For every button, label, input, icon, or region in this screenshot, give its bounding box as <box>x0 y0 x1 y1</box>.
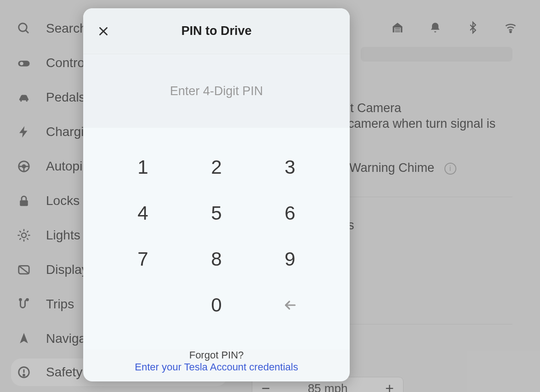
key-6[interactable]: 6 <box>262 195 318 232</box>
key-7[interactable]: 7 <box>115 241 171 278</box>
forgot-section: Forgot PIN? Enter your Tesla Account cre… <box>83 349 350 381</box>
key-1[interactable]: 1 <box>115 149 171 186</box>
key-0[interactable]: 0 <box>189 287 244 324</box>
modal-title: PIN to Drive <box>181 24 251 38</box>
modal-header: PIN to Drive <box>83 8 350 54</box>
key-4[interactable]: 4 <box>115 195 171 232</box>
forgot-link[interactable]: Enter your Tesla Account credentials <box>83 361 350 373</box>
forgot-question: Forgot PIN? <box>83 349 350 361</box>
key-9[interactable]: 9 <box>262 241 318 278</box>
key-empty <box>115 287 171 324</box>
pin-modal: PIN to Drive Enter 4-Digit PIN 1 2 3 4 5… <box>83 8 350 381</box>
key-3[interactable]: 3 <box>262 149 318 186</box>
pin-prompt: Enter 4-Digit PIN <box>83 54 350 128</box>
key-8[interactable]: 8 <box>189 241 244 278</box>
close-button[interactable] <box>94 22 113 40</box>
backspace-button[interactable] <box>262 287 318 324</box>
key-2[interactable]: 2 <box>189 149 244 186</box>
keypad: 1 2 3 4 5 6 7 8 9 0 <box>83 128 350 349</box>
key-5[interactable]: 5 <box>189 195 244 232</box>
